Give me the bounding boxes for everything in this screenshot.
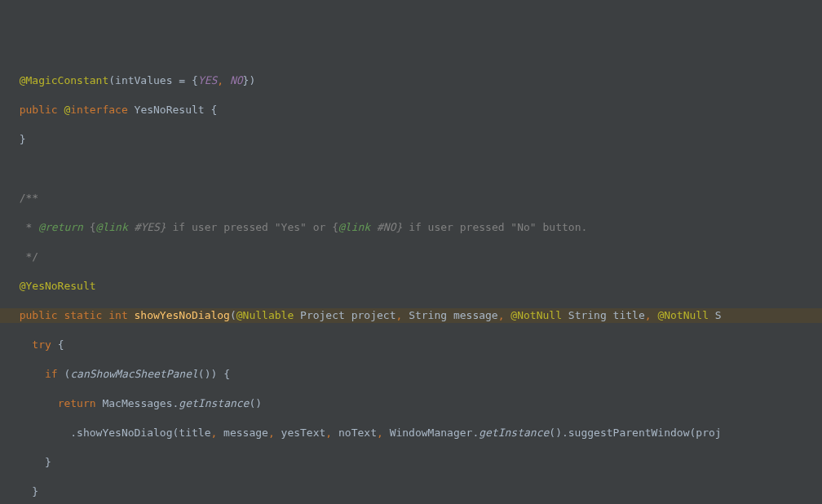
code-line[interactable]: @MagicConstant(intValues = {YES, NO}) bbox=[7, 73, 815, 88]
code-line[interactable]: /** bbox=[7, 191, 815, 206]
code-line[interactable]: } bbox=[7, 455, 815, 470]
code-editor[interactable]: @MagicConstant(intValues = {YES, NO}) pu… bbox=[7, 59, 815, 504]
code-line[interactable]: if (canShowMacSheetPanel()) { bbox=[7, 367, 815, 382]
code-line[interactable]: */ bbox=[7, 250, 815, 264]
code-line[interactable]: } bbox=[7, 132, 815, 147]
code-line[interactable]: @YesNoResult bbox=[7, 279, 815, 294]
code-line[interactable]: return MacMessages.getInstance() bbox=[7, 396, 815, 411]
code-line[interactable]: public @interface YesNoResult { bbox=[7, 103, 815, 117]
code-line[interactable] bbox=[7, 161, 815, 176]
code-line[interactable]: try { bbox=[7, 338, 815, 352]
code-line[interactable]: * @return {@link #YES} if user pressed "… bbox=[7, 220, 815, 235]
highlighted-code-line[interactable]: public static int showYesNoDialog(@Nulla… bbox=[0, 308, 822, 323]
code-line[interactable]: } bbox=[7, 484, 815, 499]
code-line[interactable]: .showYesNoDialog(title, message, yesText… bbox=[7, 426, 815, 440]
